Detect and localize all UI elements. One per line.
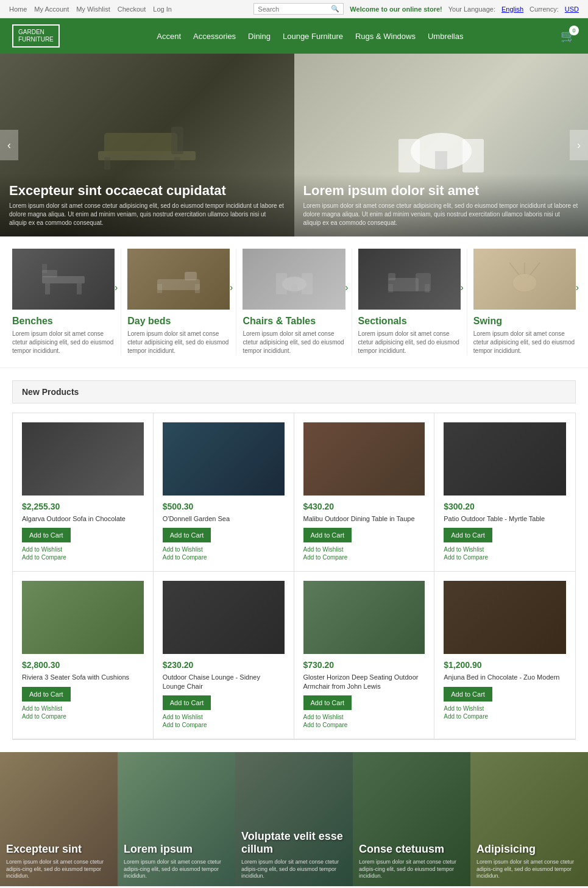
hero-left-overlay: Excepteur sint occaecat cupidatat Lorem … xyxy=(0,174,294,236)
product-name-0: Algarva Outdoor Sofa in Chocolate xyxy=(22,514,144,523)
nav-wishlist[interactable]: My Wishlist xyxy=(76,5,110,13)
wishlist-link-5[interactable]: Add to Wishlist xyxy=(163,714,285,720)
nav-umbrellas[interactable]: Umbrellas xyxy=(428,32,464,41)
wishlist-link-4[interactable]: Add to Wishlist xyxy=(22,705,144,712)
svg-rect-1 xyxy=(104,133,177,154)
currency-selector[interactable]: USD xyxy=(565,5,579,13)
language-label: Your Language: xyxy=(448,5,495,13)
product-image-3 xyxy=(444,422,566,496)
top-bar-links: Home My Account My Wishlist Checkout Log… xyxy=(9,5,172,13)
nav-myaccount[interactable]: My Account xyxy=(34,5,69,13)
category-benches-arrow[interactable]: › xyxy=(115,282,118,293)
product-card-2: $430.20 Malibu Outdoor Dining Table in T… xyxy=(294,413,435,572)
nav-rugs-windows[interactable]: Rugs & Windows xyxy=(355,32,416,41)
wishlist-link-6[interactable]: Add to Wishlist xyxy=(303,714,425,720)
category-swing: Swing Lorem ipsum dolor sit amet conse c… xyxy=(467,249,582,355)
nav-accessories[interactable]: Accessories xyxy=(193,32,236,41)
nav-login[interactable]: Log In xyxy=(153,5,172,13)
search-input[interactable] xyxy=(258,5,331,13)
banner-desc-0: Lorem ipsum dolor sit amet conse ctetur … xyxy=(6,859,112,880)
add-to-cart-button-4[interactable]: Add to Cart xyxy=(22,687,71,702)
search-icon[interactable]: 🔍 xyxy=(331,5,339,13)
compare-link-1[interactable]: Add to Compare xyxy=(163,554,285,561)
product-card-6: $730.20 Gloster Horizon Deep Seating Out… xyxy=(294,572,435,739)
wishlist-link-0[interactable]: Add to Wishlist xyxy=(22,546,144,553)
compare-link-7[interactable]: Add to Compare xyxy=(444,713,566,720)
wishlist-link-7[interactable]: Add to Wishlist xyxy=(444,705,566,712)
add-to-cart-button-2[interactable]: Add to Cart xyxy=(303,528,352,542)
wishlist-link-1[interactable]: Add to Wishlist xyxy=(163,546,285,553)
hero-left-desc: Lorem ipsum dolor sit amet conse ctetur … xyxy=(9,202,285,227)
category-sectionals-title: Sectionals xyxy=(358,316,461,327)
product-name-5: Outdoor Chaise Lounge - Sidney Lounge Ch… xyxy=(163,673,285,691)
svg-rect-4 xyxy=(174,157,180,169)
category-chairs-tables: Chairs & Tables Lorem ipsum dolor sit am… xyxy=(236,249,352,355)
svg-rect-20 xyxy=(276,273,287,294)
category-chairs-arrow[interactable]: › xyxy=(345,282,348,293)
category-daybeds-title: Day beds xyxy=(127,316,230,327)
svg-rect-6 xyxy=(435,151,447,169)
banner-title-4: Adipisicing xyxy=(476,843,582,856)
product-image-4 xyxy=(22,581,144,654)
add-to-cart-button-6[interactable]: Add to Cart xyxy=(303,695,352,710)
wishlist-link-2[interactable]: Add to Wishlist xyxy=(303,546,425,553)
product-price-4: $2,800.30 xyxy=(22,660,144,670)
banner-desc-4: Lorem ipsum dolor sit amet conse ctetur … xyxy=(476,859,582,880)
category-daybeds-arrow[interactable]: › xyxy=(230,282,233,293)
add-to-cart-button-5[interactable]: Add to Cart xyxy=(163,695,211,710)
add-to-cart-button-1[interactable]: Add to Cart xyxy=(163,528,211,542)
wishlist-link-3[interactable]: Add to Wishlist xyxy=(444,546,566,553)
category-chairs-title: Chairs & Tables xyxy=(243,316,345,327)
nav-accent[interactable]: Accent xyxy=(157,32,181,41)
category-swing-arrow[interactable]: › xyxy=(576,282,579,293)
compare-link-5[interactable]: Add to Compare xyxy=(163,722,285,728)
category-swing-image xyxy=(473,249,576,310)
svg-rect-25 xyxy=(425,284,430,293)
category-benches: Benches Lorem ipsum dolor sit amet conse… xyxy=(6,249,121,355)
nav-home[interactable]: Home xyxy=(9,5,27,13)
category-sectionals: Sectionals Lorem ipsum dolor sit amet co… xyxy=(352,249,467,355)
compare-link-4[interactable]: Add to Compare xyxy=(22,713,144,720)
category-sectionals-image xyxy=(358,249,461,310)
add-to-cart-button-0[interactable]: Add to Cart xyxy=(22,528,71,542)
category-swing-title: Swing xyxy=(473,316,576,327)
product-links-4: Add to Wishlist Add to Compare xyxy=(22,705,144,720)
logo-line2: FURNITURE xyxy=(18,36,54,43)
hero-prev-button[interactable]: ‹ xyxy=(0,130,18,160)
banner-item-4: Adipisicing Lorem ipsum dolor sit amet c… xyxy=(470,752,588,886)
banner-desc-3: Lorem ipsum dolor sit amet conse ctetur … xyxy=(359,859,464,880)
product-card-3: $300.20 Patio Outdoor Table - Myrtle Tab… xyxy=(434,413,575,572)
product-links-2: Add to Wishlist Add to Compare xyxy=(303,546,425,561)
product-price-0: $2,255.30 xyxy=(22,502,144,511)
language-selector[interactable]: English xyxy=(501,5,523,13)
search-box[interactable]: 🔍 xyxy=(253,3,344,15)
add-to-cart-button-3[interactable]: Add to Cart xyxy=(444,528,492,542)
cart-icon[interactable]: 🛒 0 xyxy=(561,29,576,43)
compare-link-0[interactable]: Add to Compare xyxy=(22,554,144,561)
banner-item-3: Conse ctetuusm Lorem ipsum dolor sit ame… xyxy=(353,752,470,886)
add-to-cart-button-7[interactable]: Add to Cart xyxy=(444,687,492,702)
logo[interactable]: GARDEN FURNITURE xyxy=(12,24,60,48)
svg-rect-3 xyxy=(104,157,110,169)
banner-overlay-3: Conse ctetuusm Lorem ipsum dolor sit ame… xyxy=(353,837,470,886)
top-bar: Home My Account My Wishlist Checkout Log… xyxy=(0,0,588,18)
compare-link-3[interactable]: Add to Compare xyxy=(444,554,566,561)
new-products-section: New Products $2,255.30 Algarva Outdoor S… xyxy=(0,368,588,752)
hero-slider: ‹ Excepteur sint occaecat cupidatat Lore… xyxy=(0,54,588,236)
compare-link-6[interactable]: Add to Compare xyxy=(303,722,425,728)
banner-desc-2: Lorem ipsum dolor sit amet conse ctetur … xyxy=(241,859,347,880)
product-card-1: $500.30 O'Donnell Garden Sea Add to Cart… xyxy=(154,413,294,572)
product-price-5: $230.20 xyxy=(163,660,285,670)
product-price-3: $300.20 xyxy=(444,502,566,511)
nav-checkout[interactable]: Checkout xyxy=(118,5,146,13)
product-image-0 xyxy=(22,422,144,496)
category-sectionals-arrow[interactable]: › xyxy=(460,282,463,293)
compare-link-2[interactable]: Add to Compare xyxy=(303,554,425,561)
product-price-7: $1,200.90 xyxy=(444,660,566,670)
product-name-7: Anjuna Bed in Chocolate - Zuo Modern xyxy=(444,673,566,681)
nav-lounge[interactable]: Lounge Furniture xyxy=(283,32,343,41)
category-row: Benches Lorem ipsum dolor sit amet conse… xyxy=(0,236,588,368)
hero-next-button[interactable]: › xyxy=(570,130,588,160)
nav-dining[interactable]: Dining xyxy=(248,32,271,41)
banner-desc-1: Lorem ipsum dolor sit amet conse ctetur … xyxy=(124,859,229,880)
